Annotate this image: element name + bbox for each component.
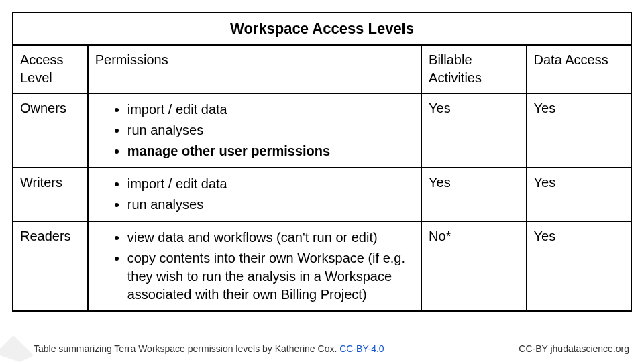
cell-access-level: Writers bbox=[13, 168, 88, 221]
table-row: Readersview data and workflows (can't ru… bbox=[13, 221, 631, 311]
table-container: Workspace Access Levels Access Level Per… bbox=[0, 0, 644, 312]
table-header-row: Access Level Permissions Billable Activi… bbox=[13, 45, 631, 93]
footer-caption: Table summarizing Terra Workspace permis… bbox=[34, 343, 384, 354]
col-header-permissions: Permissions bbox=[88, 45, 421, 93]
license-link[interactable]: CC-BY-4.0 bbox=[339, 343, 384, 354]
cell-billable: Yes bbox=[421, 168, 526, 221]
footer-attribution: CC-BY jhudatascience.org bbox=[519, 343, 629, 354]
table-row: Writersimport / edit datarun analysesYes… bbox=[13, 168, 631, 221]
permissions-list: import / edit datarun analysesmanage oth… bbox=[95, 99, 414, 162]
list-item: run analyses bbox=[127, 194, 414, 215]
table-row: Ownersimport / edit datarun analysesmana… bbox=[13, 93, 631, 168]
permissions-list: view data and workflows (can't run or ed… bbox=[95, 227, 414, 305]
col-header-access-level: Access Level bbox=[13, 45, 88, 93]
footer-caption-text: Table summarizing Terra Workspace permis… bbox=[34, 343, 339, 354]
list-item: import / edit data bbox=[127, 174, 414, 194]
cell-data-access: Yes bbox=[527, 168, 631, 221]
cell-permissions: import / edit datarun analyses bbox=[88, 168, 421, 221]
col-header-billable: Billable Activities bbox=[421, 45, 526, 93]
cell-permissions: view data and workflows (can't run or ed… bbox=[88, 221, 421, 311]
list-item: import / edit data bbox=[127, 99, 414, 120]
col-header-data-access: Data Access bbox=[527, 45, 631, 93]
permissions-list: import / edit datarun analyses bbox=[95, 174, 414, 215]
list-item: copy contents into their own Workspace (… bbox=[127, 248, 414, 305]
cell-access-level: Readers bbox=[13, 221, 88, 311]
list-item: view data and workflows (can't run or ed… bbox=[127, 227, 414, 248]
list-item: manage other user permissions bbox=[127, 141, 414, 162]
table-body: Ownersimport / edit datarun analysesmana… bbox=[13, 93, 631, 311]
cell-data-access: Yes bbox=[527, 93, 631, 168]
cell-data-access: Yes bbox=[527, 221, 631, 311]
table-title: Workspace Access Levels bbox=[13, 13, 631, 45]
cell-billable: No* bbox=[421, 221, 526, 311]
footer: Table summarizing Terra Workspace permis… bbox=[0, 343, 644, 354]
cell-access-level: Owners bbox=[13, 93, 88, 168]
cell-billable: Yes bbox=[421, 93, 526, 168]
access-levels-table: Workspace Access Levels Access Level Per… bbox=[12, 12, 632, 312]
list-item: run analyses bbox=[127, 120, 414, 141]
cell-permissions: import / edit datarun analysesmanage oth… bbox=[88, 93, 421, 168]
